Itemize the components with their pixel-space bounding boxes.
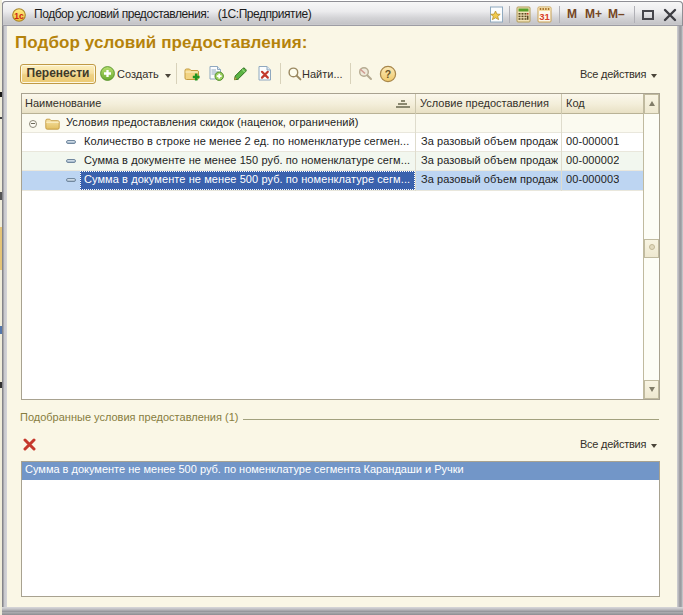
svg-text:31: 31 (539, 11, 550, 22)
svg-text:1с: 1с (14, 11, 24, 21)
svg-text:?: ? (385, 68, 391, 80)
